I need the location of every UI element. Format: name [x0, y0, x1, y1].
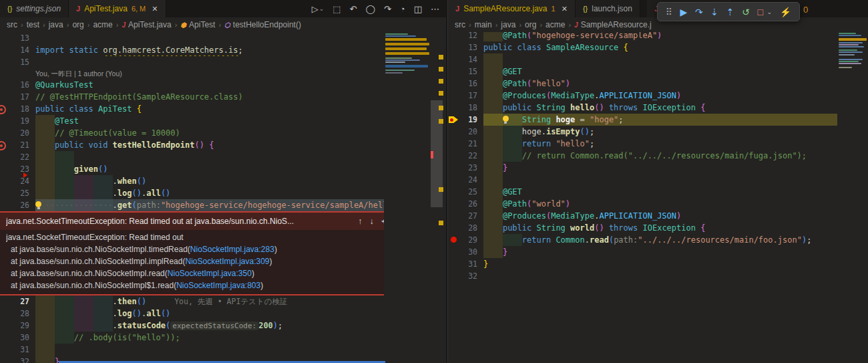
drag-handle[interactable]: ⠿	[666, 7, 672, 17]
breadcrumb-item-apitest-java[interactable]: JApiTest.java	[122, 20, 171, 29]
minimap[interactable]	[384, 32, 446, 363]
code-content[interactable]: public String world() throws IOException…	[483, 222, 868, 234]
code-line-13[interactable]: 13public class SampleAResource {	[448, 41, 868, 53]
code-line-25[interactable]: 25 @GET	[448, 186, 868, 198]
run-below-icon[interactable]: ⬚	[333, 4, 341, 14]
gutter[interactable]	[448, 234, 460, 246]
gutter[interactable]	[448, 32, 460, 41]
breadcrumb-item-java[interactable]: java	[49, 20, 63, 29]
code-content[interactable]: }	[483, 258, 868, 270]
code-content[interactable]: @GET	[483, 66, 868, 78]
stack-frame-link[interactable]: NioSocketImpl.java:803	[176, 281, 260, 290]
gutter[interactable]	[448, 270, 460, 282]
continue-button[interactable]: ▶	[680, 7, 688, 17]
gutter[interactable]	[448, 78, 460, 90]
code-line-16[interactable]: 16 @Path("hello")	[448, 78, 868, 90]
code-line-18[interactable]: 18 public String hello() throws IOExcept…	[448, 102, 868, 114]
gutter[interactable]	[0, 32, 12, 44]
code-content[interactable]	[483, 174, 868, 186]
code-content[interactable]: public String hello() throws IOException…	[483, 102, 868, 114]
breadcrumb-item-org[interactable]: org	[72, 20, 83, 29]
code-line-29[interactable]: 29 .statusCode(expectedStatusCode:200);	[0, 320, 446, 332]
gutter[interactable]	[0, 44, 12, 56]
lightbulb-icon[interactable]	[35, 201, 41, 207]
step-over-button[interactable]: ↷	[695, 7, 703, 17]
breadcrumb-item-testhelloendpoint-[interactable]: ⬡testHelloEndpoint()	[224, 20, 301, 29]
breadcrumb-item-java[interactable]: java	[501, 20, 515, 29]
gutter[interactable]	[448, 53, 460, 66]
breadcrumb-item-main[interactable]: main	[475, 20, 492, 29]
code-line-15[interactable]: 15 @GET	[448, 66, 868, 78]
code-line-26[interactable]: 26 @Path("world")	[448, 198, 868, 210]
code-line-32[interactable]: 32	[448, 270, 868, 282]
gutter[interactable]	[0, 320, 12, 332]
gutter[interactable]	[448, 102, 460, 114]
breakpoint-icon[interactable]	[451, 237, 457, 243]
code-content[interactable]: }	[483, 246, 868, 258]
code-line-13[interactable]: 13	[0, 32, 446, 44]
code-content[interactable]: @GET	[483, 186, 868, 198]
back-circle-icon[interactable]: ↶	[349, 4, 357, 14]
gutter[interactable]	[0, 163, 12, 175]
code-line-27[interactable]: 27 .then()You, 先週 • APIテストの検証	[0, 295, 446, 308]
gutter[interactable]	[0, 91, 12, 103]
split-editor-button[interactable]: ◫	[414, 4, 422, 14]
forward-circle-icon[interactable]: ↷	[384, 4, 391, 14]
code-line-20[interactable]: 20 hoge.isEmpty();	[448, 126, 868, 138]
code-content[interactable]: @Produces(MediaType.APPLICATION_JSON)	[483, 210, 868, 222]
gutter[interactable]	[0, 127, 12, 139]
breadcrumb-item-samplearesource-j[interactable]: JSampleAResource.j	[574, 20, 652, 29]
code-line-21[interactable]: 21 public void testHelloEndpoint() {	[0, 139, 446, 151]
code-content[interactable]: hoge.isEmpty();	[483, 126, 868, 138]
code-line-28[interactable]: 28 .log().all()	[0, 308, 446, 320]
code-line-19[interactable]: 19 @Test	[0, 115, 446, 127]
gutter[interactable]	[0, 68, 12, 79]
step-into-button[interactable]: ⇣	[710, 7, 718, 17]
gutter[interactable]	[0, 103, 12, 115]
code-content[interactable]: // return Common.read("../../../resource…	[483, 150, 868, 162]
run-timer-icon[interactable]: ◔	[400, 4, 405, 14]
gutter[interactable]	[0, 332, 12, 344]
code-line-18[interactable]: 18public class ApiTest {	[0, 103, 446, 115]
code-line-12[interactable]: 12 @Path("hogehoge-service/sampleA")	[448, 32, 868, 41]
gutter[interactable]	[0, 308, 12, 320]
breadcrumb-item-src[interactable]: src	[7, 20, 17, 29]
gutter[interactable]	[0, 175, 12, 187]
code-line-26[interactable]: 26 ··············.get(path:"hogehoge-ser…	[0, 199, 446, 211]
gutter[interactable]	[448, 210, 460, 222]
code-content[interactable]: @Path("world")	[483, 198, 868, 210]
gutter[interactable]	[0, 187, 12, 199]
gutter[interactable]	[448, 186, 460, 198]
run-button[interactable]: ▷⌄	[312, 4, 324, 14]
gutter[interactable]	[448, 222, 460, 234]
code-content[interactable]	[483, 53, 868, 66]
tab-samplearesource-java[interactable]: JSampleAResource.java1✕	[448, 0, 576, 17]
code-line-29[interactable]: 29 return Common.read(path:"../../../res…	[448, 234, 868, 246]
tab-launch-json[interactable]: {}launch.json	[576, 0, 640, 17]
dot-circle-icon[interactable]: ◯	[365, 4, 375, 14]
code-line-14[interactable]: 14import static org.hamcrest.CoreMatcher…	[0, 44, 446, 56]
gutter[interactable]	[0, 344, 12, 356]
gutter[interactable]	[448, 174, 460, 186]
gutter[interactable]	[0, 139, 12, 151]
close-icon[interactable]: ✕	[152, 5, 158, 13]
stop-dropdown-chevron[interactable]: ⌄	[767, 9, 773, 15]
code-line-16[interactable]: 16@QuarkusTest	[0, 79, 446, 91]
breadcrumb-item-src[interactable]: src	[455, 20, 465, 29]
stack-frame-link[interactable]: NioSocketImpl.java:309	[185, 257, 269, 266]
breadcrumb-item-acme[interactable]: acme	[546, 20, 565, 29]
gutter[interactable]	[448, 138, 460, 150]
code-content[interactable]: return Common.read(path:"../../../resour…	[483, 234, 868, 246]
code-line-21[interactable]: 21 return "hello";	[448, 138, 868, 150]
close-icon[interactable]: ✕	[562, 5, 568, 13]
code-content[interactable]: @Path("hello")	[483, 78, 868, 90]
gutter[interactable]	[448, 66, 460, 78]
code-line-25[interactable]: 25 .log().all()	[0, 187, 446, 199]
code-content[interactable]: public class SampleAResource {	[483, 41, 868, 53]
breadcrumb-item-test[interactable]: test	[27, 20, 39, 29]
code-content[interactable]: @Produces(MediaType.APPLICATION_JSON)	[483, 90, 868, 102]
lightbulb-icon[interactable]	[503, 116, 509, 122]
code-line-28[interactable]: 28 public String world() throws IOExcept…	[448, 222, 868, 234]
stop-button[interactable]: □	[757, 7, 763, 17]
gutter[interactable]	[448, 198, 460, 210]
